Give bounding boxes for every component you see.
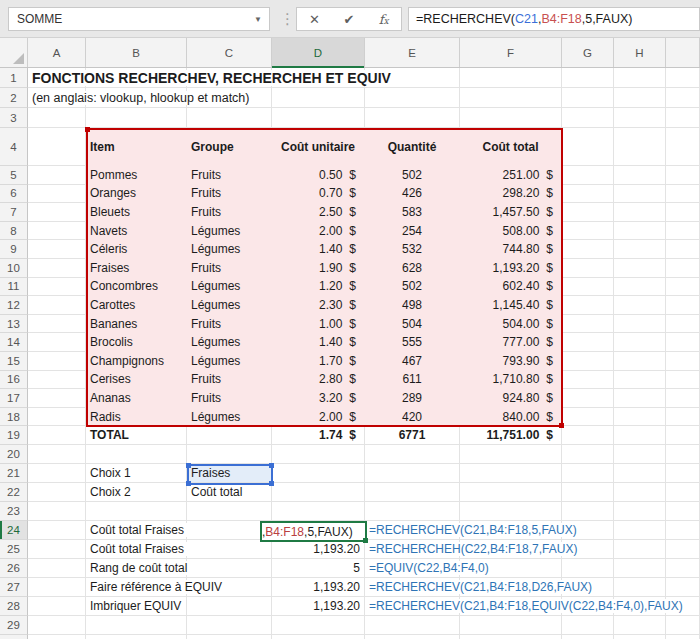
cell-A16[interactable] bbox=[28, 371, 86, 390]
enter-icon[interactable]: ✔ bbox=[334, 12, 364, 27]
cell-E2[interactable] bbox=[365, 88, 460, 108]
cell-F13[interactable]: 504.00$ bbox=[460, 315, 562, 334]
cell-A14[interactable] bbox=[28, 333, 86, 352]
cell-F4[interactable]: Coût total bbox=[460, 128, 562, 166]
cell-C24[interactable] bbox=[187, 521, 272, 540]
cell-I22[interactable] bbox=[666, 483, 700, 502]
cell-D18[interactable]: 2.00$ bbox=[272, 408, 365, 427]
row-header-19[interactable]: 19 bbox=[0, 426, 28, 445]
cell-E18[interactable]: 420 bbox=[365, 408, 460, 427]
cell-H19[interactable] bbox=[614, 426, 666, 445]
cell-C10[interactable]: Fruits bbox=[187, 259, 272, 278]
cell-I4[interactable] bbox=[666, 128, 700, 166]
cell-B18[interactable]: Radis bbox=[86, 408, 187, 427]
cell-F23[interactable] bbox=[460, 502, 562, 521]
row-header-14[interactable]: 14 bbox=[0, 333, 28, 352]
cell-A30[interactable] bbox=[28, 635, 86, 639]
cell-H20[interactable] bbox=[614, 445, 666, 464]
cell-I27[interactable] bbox=[666, 578, 700, 597]
cell-I30[interactable] bbox=[666, 635, 700, 639]
cell-I18[interactable] bbox=[666, 408, 700, 427]
row-header-23[interactable]: 23 bbox=[0, 502, 28, 521]
cell-D17[interactable]: 3.20$ bbox=[272, 389, 365, 408]
cell-B30[interactable] bbox=[86, 635, 187, 639]
cell-F3[interactable] bbox=[460, 108, 562, 128]
cell-D9[interactable]: 1.40$ bbox=[272, 240, 365, 259]
cell-D20[interactable] bbox=[272, 445, 365, 464]
cell-A15[interactable] bbox=[28, 352, 86, 371]
cell-D5[interactable]: 0.50$ bbox=[272, 166, 365, 185]
cell-I23[interactable] bbox=[666, 502, 700, 521]
cell-H15[interactable] bbox=[614, 352, 666, 371]
cell-F14[interactable]: 777.00$ bbox=[460, 333, 562, 352]
cell-C14[interactable]: Légumes bbox=[187, 333, 272, 352]
cell-H25[interactable] bbox=[614, 540, 666, 559]
cell-A26[interactable] bbox=[28, 559, 86, 578]
cell-E7[interactable]: 583 bbox=[365, 203, 460, 222]
cell-H5[interactable] bbox=[614, 166, 666, 185]
cell-D29[interactable] bbox=[272, 616, 365, 635]
column-header-B[interactable]: B bbox=[86, 38, 187, 67]
cell-E24[interactable]: =RECHERCHEV(C21,B4:F18,5,FAUX) bbox=[365, 521, 460, 540]
cell-H12[interactable] bbox=[614, 296, 666, 315]
cell-I2[interactable] bbox=[666, 88, 700, 108]
cell-B20[interactable] bbox=[86, 445, 187, 464]
cell-I8[interactable] bbox=[666, 222, 700, 241]
cell-A19[interactable] bbox=[28, 426, 86, 445]
cell-H27[interactable] bbox=[614, 578, 666, 597]
cell-E13[interactable]: 504 bbox=[365, 315, 460, 334]
cell-G1[interactable] bbox=[562, 68, 614, 88]
cell-D3[interactable] bbox=[272, 108, 365, 128]
cell-E8[interactable]: 254 bbox=[365, 222, 460, 241]
cell-B8[interactable]: Navets bbox=[86, 222, 187, 241]
column-header-D[interactable]: D bbox=[272, 38, 365, 67]
cell-A24[interactable] bbox=[28, 521, 86, 540]
cell-A13[interactable] bbox=[28, 315, 86, 334]
cell-B15[interactable]: Champignons bbox=[86, 352, 187, 371]
cell-D15[interactable]: 1.70$ bbox=[272, 352, 365, 371]
cell-E9[interactable]: 532 bbox=[365, 240, 460, 259]
cell-H22[interactable] bbox=[614, 483, 666, 502]
cell-I12[interactable] bbox=[666, 296, 700, 315]
column-header-G[interactable]: G bbox=[562, 38, 614, 67]
cell-H3[interactable] bbox=[614, 108, 666, 128]
row-header-5[interactable]: 5 bbox=[0, 166, 28, 185]
cell-E10[interactable]: 628 bbox=[365, 259, 460, 278]
row-header-17[interactable]: 17 bbox=[0, 389, 28, 408]
cell-B5[interactable]: Pommes bbox=[86, 166, 187, 185]
cell-E26[interactable]: =EQUIV(C22,B4:F4,0) bbox=[365, 559, 460, 578]
cell-H21[interactable] bbox=[614, 464, 666, 483]
cell-E15[interactable]: 467 bbox=[365, 352, 460, 371]
row-header-18[interactable]: 18 bbox=[0, 408, 28, 427]
cell-A29[interactable] bbox=[28, 616, 86, 635]
cell-I9[interactable] bbox=[666, 240, 700, 259]
cell-D24[interactable] bbox=[272, 521, 365, 540]
cell-C11[interactable]: Légumes bbox=[187, 278, 272, 297]
cell-G30[interactable] bbox=[562, 635, 614, 639]
cell-H7[interactable] bbox=[614, 203, 666, 222]
cell-I11[interactable] bbox=[666, 278, 700, 297]
cell-C21[interactable]: Fraises bbox=[187, 464, 272, 483]
cell-G11[interactable] bbox=[562, 278, 614, 297]
cell-D22[interactable] bbox=[272, 483, 365, 502]
cancel-icon[interactable]: ✕ bbox=[299, 12, 329, 27]
formula-bar-input[interactable]: =RECHERCHEV(C21,B4:F18,5,FAUX) bbox=[408, 7, 700, 31]
cell-A6[interactable] bbox=[28, 185, 86, 204]
row-header-20[interactable]: 20 bbox=[0, 445, 28, 464]
cell-D4[interactable]: Coût unitaire bbox=[272, 128, 365, 166]
row-header-4[interactable]: 4 bbox=[0, 128, 28, 166]
cell-F5[interactable]: 251.00$ bbox=[460, 166, 562, 185]
cell-E30[interactable] bbox=[365, 635, 460, 639]
cell-D23[interactable] bbox=[272, 502, 365, 521]
cell-I6[interactable] bbox=[666, 185, 700, 204]
cell-I16[interactable] bbox=[666, 371, 700, 390]
row-header-29[interactable]: 29 bbox=[0, 616, 28, 635]
cell-I1[interactable] bbox=[666, 68, 700, 88]
cell-E28[interactable]: =RECHERCHEV(C21,B4:F18,EQUIV(C22,B4:F4,0… bbox=[365, 597, 460, 616]
cell-C7[interactable]: Fruits bbox=[187, 203, 272, 222]
cell-F10[interactable]: 1,193.20$ bbox=[460, 259, 562, 278]
cell-G9[interactable] bbox=[562, 240, 614, 259]
cell-B3[interactable] bbox=[86, 108, 187, 128]
row-header-16[interactable]: 16 bbox=[0, 371, 28, 390]
cell-G17[interactable] bbox=[562, 389, 614, 408]
